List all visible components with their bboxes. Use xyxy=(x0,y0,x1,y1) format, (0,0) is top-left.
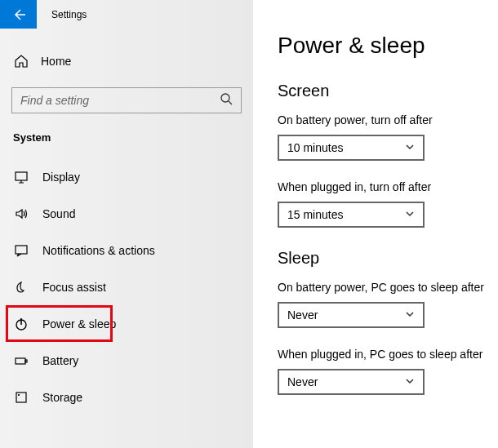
svg-point-0 xyxy=(221,94,229,102)
display-icon xyxy=(13,169,29,185)
focus-assist-icon xyxy=(13,279,29,295)
sidebar-item-label: Storage xyxy=(42,391,82,404)
screen-battery-dropdown[interactable]: 10 minutes xyxy=(278,135,425,161)
sidebar-item-storage[interactable]: Storage xyxy=(0,379,253,415)
svg-rect-2 xyxy=(16,246,27,254)
chevron-down-icon xyxy=(405,375,415,388)
search-box[interactable] xyxy=(11,87,242,113)
page-title: Power & sleep xyxy=(278,33,498,59)
chevron-down-icon xyxy=(405,308,415,322)
home-icon xyxy=(13,54,29,69)
dropdown-value: 15 minutes xyxy=(287,208,343,221)
arrow-left-icon xyxy=(12,8,25,21)
sidebar-item-focus-assist[interactable]: Focus assist xyxy=(0,268,253,305)
sidebar-item-sound[interactable]: Sound xyxy=(0,195,253,232)
dropdown-value: 10 minutes xyxy=(287,141,343,154)
home-label: Home xyxy=(41,55,71,68)
titlebar: Settings xyxy=(0,0,253,29)
main-content: Power & sleep Screen On battery power, t… xyxy=(253,0,498,448)
sidebar-item-battery[interactable]: Battery xyxy=(0,342,253,379)
screen-heading: Screen xyxy=(278,82,498,100)
dropdown-value: Never xyxy=(287,375,318,388)
sidebar-item-label: Battery xyxy=(42,354,78,367)
sleep-heading: Sleep xyxy=(278,249,498,268)
sidebar-item-label: Focus assist xyxy=(42,281,106,294)
sidebar-item-label: Sound xyxy=(42,207,75,220)
battery-icon xyxy=(13,353,29,369)
sidebar-item-label: Notifications & actions xyxy=(42,244,155,257)
svg-point-7 xyxy=(19,394,20,395)
screen-battery-label: On battery power, turn off after xyxy=(278,113,498,126)
section-label: System xyxy=(13,131,253,144)
sleep-plugged-label: When plugged in, PC goes to sleep after xyxy=(278,348,498,361)
chevron-down-icon xyxy=(405,208,415,221)
sleep-plugged-dropdown[interactable]: Never xyxy=(278,369,425,395)
power-icon xyxy=(13,316,29,332)
sidebar-item-notifications[interactable]: Notifications & actions xyxy=(0,232,253,268)
sound-icon xyxy=(13,206,29,222)
search-input[interactable] xyxy=(20,94,200,107)
sleep-battery-dropdown[interactable]: Never xyxy=(278,302,425,328)
sidebar: Settings Home System Display Sound Notif… xyxy=(0,0,253,448)
svg-rect-6 xyxy=(16,393,26,402)
sleep-battery-label: On battery power, PC goes to sleep after xyxy=(278,281,498,294)
screen-plugged-dropdown[interactable]: 15 minutes xyxy=(278,202,425,228)
sidebar-item-display[interactable]: Display xyxy=(0,158,253,195)
sidebar-item-label: Display xyxy=(42,171,80,184)
home-nav[interactable]: Home xyxy=(0,45,253,78)
sidebar-item-label: Power & sleep xyxy=(42,317,116,330)
storage-icon xyxy=(13,389,29,406)
chevron-down-icon xyxy=(405,141,415,154)
sidebar-item-power-sleep[interactable]: Power & sleep xyxy=(0,305,253,342)
svg-rect-4 xyxy=(16,358,25,364)
titlebar-label: Settings xyxy=(51,9,87,20)
dropdown-value: Never xyxy=(287,308,318,322)
screen-plugged-label: When plugged in, turn off after xyxy=(278,180,498,193)
back-button[interactable] xyxy=(0,0,37,29)
notifications-icon xyxy=(13,242,29,259)
svg-rect-1 xyxy=(16,172,27,180)
search-icon xyxy=(220,92,233,109)
svg-rect-5 xyxy=(25,360,27,362)
